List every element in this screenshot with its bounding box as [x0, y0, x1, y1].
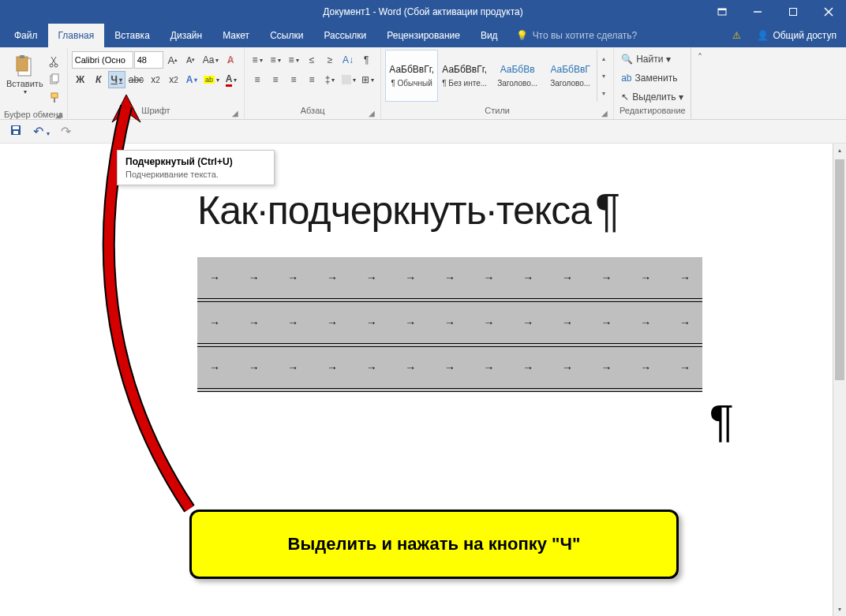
- tell-me-placeholder: Что вы хотите сделать?: [533, 30, 638, 41]
- tooltip-underline: Подчеркнутый (Ctrl+U) Подчеркивание текс…: [117, 150, 275, 185]
- group-label-styles: Стили◢: [385, 106, 609, 119]
- tell-me-search[interactable]: 💡 Что вы хотите сделать?: [508, 24, 646, 47]
- warning-icon[interactable]: ⚠: [726, 24, 747, 47]
- collapse-ribbon-button[interactable]: ˄: [691, 47, 708, 119]
- select-button[interactable]: ↖Выделить▾: [618, 88, 687, 106]
- shrink-font-button[interactable]: A▾: [182, 51, 200, 69]
- group-label-paragraph: Абзац◢: [249, 106, 376, 119]
- svg-rect-7: [17, 57, 28, 71]
- paste-label: Вставить: [6, 79, 43, 88]
- tab-references[interactable]: Ссылки: [260, 24, 313, 47]
- close-button[interactable]: [810, 0, 846, 24]
- dialog-launcher-icon[interactable]: ◢: [232, 109, 238, 118]
- highlight-button[interactable]: ab▾: [201, 71, 222, 88]
- annotation-callout: Выделить и нажать на кнопку "Ч": [189, 510, 679, 579]
- cut-button[interactable]: [46, 53, 63, 70]
- bold-button[interactable]: Ж: [72, 71, 89, 88]
- style-heading1[interactable]: АаБбВвЗаголово...: [491, 50, 544, 102]
- tab-file[interactable]: Файл: [4, 24, 48, 47]
- bullets-button[interactable]: ≡▾: [249, 51, 266, 69]
- selected-table[interactable]: →→→→→→→→→→→→→ →→→→→→→→→→→→→ →→→→→→→→→→→→…: [197, 257, 702, 392]
- person-icon: 👤: [757, 30, 769, 41]
- scrollbar-thumb[interactable]: [835, 159, 844, 380]
- replace-button[interactable]: abЗаменить: [618, 69, 687, 87]
- style-heading2[interactable]: АаБбВвГЗаголово...: [544, 50, 597, 102]
- strikethrough-button[interactable]: abc: [126, 71, 146, 88]
- svg-rect-1: [718, 9, 726, 10]
- pilcrow-icon: ¶: [595, 183, 620, 237]
- align-center-button[interactable]: ≡: [267, 71, 284, 88]
- numbering-button[interactable]: ≡▾: [267, 51, 284, 69]
- font-size-select[interactable]: 48: [134, 51, 163, 69]
- borders-button[interactable]: ⊞▾: [359, 71, 376, 88]
- text-effects-button[interactable]: A▾: [183, 71, 200, 88]
- clear-format-button[interactable]: A̷: [222, 51, 239, 69]
- vertical-scrollbar[interactable]: ▴ ▾: [833, 144, 846, 616]
- tab-design[interactable]: Дизайн: [160, 24, 212, 47]
- share-label: Общий доступ: [773, 30, 837, 41]
- styles-more-button[interactable]: ▴▾▾: [597, 50, 609, 102]
- justify-button[interactable]: ≡: [303, 71, 320, 88]
- underline-button[interactable]: Ч▾: [108, 71, 125, 88]
- tab-insert[interactable]: Вставка: [104, 24, 160, 47]
- document-heading[interactable]: Как·подчеркнуть·текса¶: [197, 183, 718, 237]
- sort-button[interactable]: A↓: [339, 51, 357, 69]
- page: Как·подчеркнуть·текса¶ →→→→→→→→→→→→→ →→→…: [95, 144, 718, 424]
- subscript-button[interactable]: x2: [147, 71, 164, 88]
- share-button[interactable]: 👤 Общий доступ: [747, 24, 846, 47]
- group-label-editing: Редактирование: [618, 106, 687, 119]
- group-paragraph: ≡▾ ≡▾ ≡▾ ≤ ≥ A↓ ¶ ≡ ≡ ≡ ≡ ‡▾ ▾ ⊞▾ Абзац◢: [245, 47, 381, 119]
- find-button[interactable]: 🔍Найти▾: [618, 50, 687, 68]
- dialog-launcher-icon[interactable]: ◢: [369, 109, 375, 118]
- superscript-button[interactable]: x2: [165, 71, 182, 88]
- multilevel-button[interactable]: ≡▾: [285, 51, 302, 69]
- style-nospace[interactable]: АаБбВвГг,¶ Без инте...: [438, 50, 491, 102]
- svg-rect-14: [54, 98, 55, 103]
- group-editing: 🔍Найти▾ abЗаменить ↖Выделить▾ Редактиров…: [614, 47, 691, 119]
- copy-button[interactable]: [46, 71, 63, 88]
- tab-home[interactable]: Главная: [48, 24, 105, 47]
- style-normal[interactable]: АаБбВвГг,¶ Обычный: [385, 50, 438, 102]
- paste-button[interactable]: Вставить ▾: [4, 50, 46, 102]
- format-painter-button[interactable]: [46, 89, 63, 106]
- svg-rect-13: [51, 93, 58, 98]
- show-marks-button[interactable]: ¶: [357, 51, 375, 69]
- ribbon: Вставить ▾ Буфер обмена◢ Calibri (Осно 4…: [0, 47, 846, 120]
- svg-rect-3: [789, 9, 796, 16]
- title-bar: Документ1 - Word (Сбой активации продукт…: [0, 0, 846, 24]
- italic-button[interactable]: К: [90, 71, 107, 88]
- line-spacing-button[interactable]: ‡▾: [321, 71, 339, 88]
- dialog-launcher-icon[interactable]: ◢: [55, 110, 62, 119]
- search-icon: 🔍: [621, 54, 633, 65]
- font-color-button[interactable]: A▾: [223, 71, 240, 88]
- change-case-button[interactable]: Aa▾: [200, 51, 222, 69]
- grow-font-button[interactable]: A▴: [164, 51, 182, 69]
- indent-increase-button[interactable]: ≥: [321, 51, 339, 69]
- shading-button[interactable]: ▾: [339, 71, 358, 88]
- indent-decrease-button[interactable]: ≤: [303, 51, 320, 69]
- undo-button[interactable]: ↶ ▾: [33, 124, 50, 139]
- maximize-button[interactable]: [775, 0, 810, 24]
- align-right-button[interactable]: ≡: [285, 71, 302, 88]
- dialog-launcher-icon[interactable]: ◢: [601, 109, 608, 118]
- font-name-select[interactable]: Calibri (Осно: [72, 51, 133, 69]
- svg-rect-17: [13, 131, 18, 134]
- minimize-button[interactable]: [739, 0, 775, 24]
- cursor-icon: ↖: [621, 91, 629, 103]
- save-button[interactable]: [9, 124, 22, 139]
- tab-review[interactable]: Рецензирование: [376, 24, 470, 47]
- group-font: Calibri (Осно 48 A▴ A▾ Aa▾ A̷ Ж К Ч▾ abc…: [68, 47, 245, 119]
- scroll-up-icon[interactable]: ▴: [833, 144, 846, 157]
- tab-layout[interactable]: Макет: [212, 24, 260, 47]
- svg-rect-8: [20, 55, 24, 58]
- tooltip-body: Подчеркивание текста.: [125, 170, 266, 179]
- lightbulb-icon: 💡: [516, 30, 528, 41]
- group-clipboard: Вставить ▾ Буфер обмена◢: [0, 47, 68, 119]
- tab-mailings[interactable]: Рассылки: [313, 24, 376, 47]
- pilcrow-icon: ¶: [709, 394, 734, 447]
- scroll-down-icon[interactable]: ▾: [833, 603, 846, 616]
- tab-view[interactable]: Вид: [470, 24, 508, 47]
- ribbon-options-icon[interactable]: [704, 0, 739, 24]
- redo-button[interactable]: ↷: [61, 124, 71, 139]
- align-left-button[interactable]: ≡: [249, 71, 266, 88]
